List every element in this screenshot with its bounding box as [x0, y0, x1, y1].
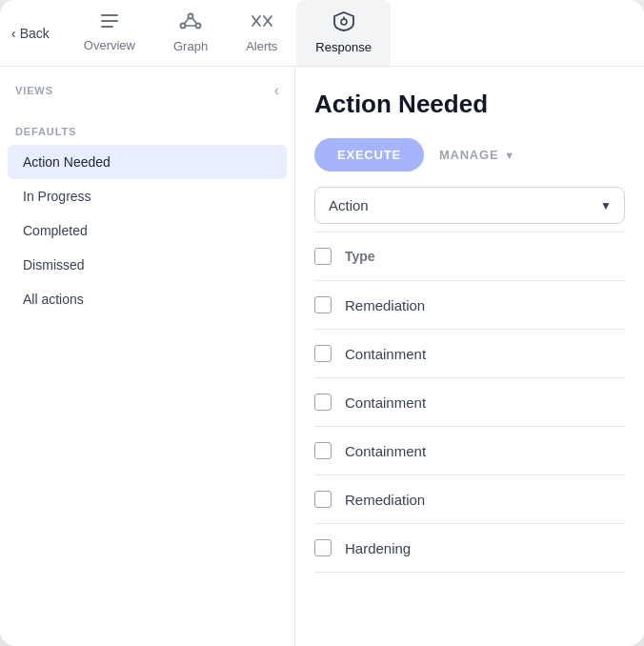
sidebar-item-all-actions[interactable]: All actions [8, 282, 287, 316]
tab-response[interactable]: Response [296, 0, 391, 66]
list-item: Containment [314, 427, 625, 475]
item-label-2: Containment [345, 346, 426, 362]
items-list: Type Remediation Containment Containment [314, 232, 625, 646]
item-label-0: Type [345, 249, 375, 264]
item-label-4: Containment [345, 443, 426, 459]
defaults-label: DEFAULTS [0, 111, 294, 145]
item-checkbox-2[interactable] [314, 345, 332, 362]
tab-overview[interactable]: Overview [65, 0, 154, 66]
manage-chevron-icon: ▼ [504, 150, 515, 161]
item-label-3: Containment [345, 394, 426, 411]
content-area: VIEWS ‹ DEFAULTS Action Needed In Progre… [0, 67, 644, 646]
list-item: Type [314, 232, 625, 281]
sidebar-header: VIEWS ‹ [0, 82, 294, 111]
page-title: Action Needed [314, 90, 625, 119]
top-nav: ‹ Back Overview [0, 0, 644, 67]
sidebar-item-dismissed[interactable]: Dismissed [8, 248, 287, 282]
sidebar-item-action-needed[interactable]: Action Needed [8, 145, 287, 179]
action-bar: EXECUTE MANAGE ▼ [314, 138, 625, 172]
svg-point-3 [189, 13, 193, 18]
svg-point-5 [196, 23, 201, 28]
alerts-icon [251, 11, 273, 35]
app-container: ‹ Back Overview [0, 0, 644, 646]
list-item: Containment [314, 330, 625, 378]
tab-alerts[interactable]: Alerts [227, 0, 296, 66]
tab-alerts-label: Alerts [246, 39, 277, 53]
svg-line-6 [185, 18, 190, 24]
tab-graph-label: Graph [173, 39, 208, 53]
list-item: Containment [314, 378, 625, 427]
item-checkbox-0[interactable] [314, 248, 332, 265]
views-label: VIEWS [15, 85, 53, 96]
item-label-5: Remediation [345, 492, 425, 508]
list-item: Remediation [314, 281, 625, 330]
back-label: Back [20, 26, 50, 41]
main-panel: Action Needed EXECUTE MANAGE ▼ Action Re… [295, 67, 644, 646]
nav-tabs: Overview Graph [65, 0, 633, 66]
sidebar-item-completed[interactable]: Completed [8, 213, 287, 248]
manage-button[interactable]: MANAGE ▼ [439, 148, 515, 162]
execute-button[interactable]: EXECUTE [314, 138, 424, 172]
item-checkbox-6[interactable] [314, 539, 332, 556]
list-item: Remediation [314, 475, 625, 524]
manage-label: MANAGE [439, 148, 498, 162]
tab-response-label: Response [315, 40, 372, 54]
item-checkbox-4[interactable] [314, 442, 332, 459]
tab-overview-label: Overview [84, 38, 135, 52]
sidebar: VIEWS ‹ DEFAULTS Action Needed In Progre… [0, 67, 295, 646]
svg-line-7 [192, 18, 197, 24]
sidebar-item-in-progress[interactable]: In Progress [8, 179, 287, 213]
action-dropdown-wrapper: Action Remediation Containment Hardening… [314, 187, 625, 224]
svg-point-4 [181, 23, 186, 28]
sidebar-collapse-button[interactable]: ‹ [274, 82, 279, 99]
action-dropdown[interactable]: Action Remediation Containment Hardening [314, 187, 625, 224]
item-label-6: Hardening [345, 540, 411, 556]
response-icon [332, 10, 356, 36]
back-chevron-icon: ‹ [11, 26, 16, 41]
action-filter-row: Action Remediation Containment Hardening… [314, 187, 625, 224]
item-checkbox-1[interactable] [314, 296, 332, 313]
item-checkbox-3[interactable] [314, 394, 332, 411]
item-label-1: Remediation [345, 297, 425, 313]
item-checkbox-5[interactable] [314, 491, 332, 508]
svg-point-13 [341, 19, 347, 25]
back-button[interactable]: ‹ Back [11, 26, 50, 41]
overview-icon [99, 12, 120, 34]
list-item: Hardening [314, 524, 625, 573]
graph-icon [179, 11, 202, 35]
tab-graph[interactable]: Graph [154, 0, 227, 66]
